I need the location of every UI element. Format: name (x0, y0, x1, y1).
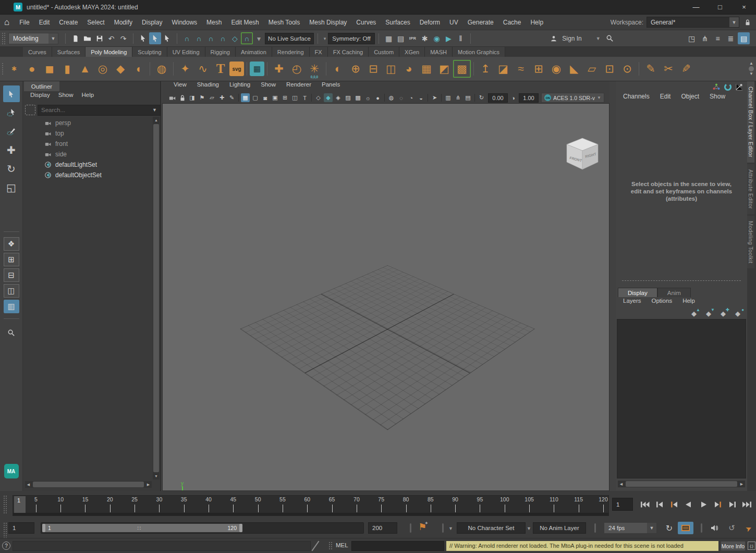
layout-four-diamond-icon[interactable]: ❖ (4, 237, 19, 251)
range-slider-track[interactable]: 1 ∷ 120 (41, 522, 364, 534)
help-icon[interactable]: ? (2, 542, 10, 550)
gate-mask-icon[interactable]: ▣ (271, 93, 279, 102)
viewport-menu-view[interactable]: View (168, 81, 192, 92)
outliner-item-defaultLightSet[interactable]: defaultLightSet (23, 159, 153, 170)
triangulate-icon[interactable]: ◣ (565, 60, 583, 78)
use-default-material-icon[interactable]: ▩ (353, 93, 362, 102)
sign-in-button[interactable]: Sign In ▼ (544, 32, 603, 44)
character-set-caret-icon[interactable]: ▼ (448, 526, 453, 531)
menu-file[interactable]: File (15, 19, 34, 26)
film-gate-icon[interactable]: ▢ (251, 93, 260, 102)
menu-set-select[interactable]: Modeling ▼ (8, 33, 58, 44)
xray-joints-icon[interactable]: ⋔ (454, 93, 462, 102)
scale-tool-icon[interactable]: ◱ (3, 179, 20, 196)
quadrangulate-icon[interactable]: ▱ (583, 60, 601, 78)
shelf-tab-rigging[interactable]: Rigging (205, 47, 236, 57)
chevron-down-icon[interactable]: ▼ (48, 33, 58, 44)
average-vertices-icon[interactable]: ⊙ (618, 60, 636, 78)
auto-key-icon[interactable] (723, 82, 733, 92)
maximize-button[interactable]: □ (708, 0, 732, 14)
xray-icon[interactable]: ▥ (444, 93, 453, 102)
home-icon[interactable]: ⌂ (4, 17, 9, 28)
safe-action-icon[interactable]: ◫ (290, 93, 299, 102)
channel-box-menu-channels[interactable]: Channels (618, 93, 655, 100)
layer-hscrollbar[interactable]: ◀ ▶ (618, 481, 745, 487)
layer-move-up-icon[interactable]: ◆▲ (689, 309, 699, 318)
channel-box-menu-edit[interactable]: Edit (655, 93, 676, 100)
side-tab-modeling-toolkit[interactable]: Modeling Toolkit (747, 216, 754, 269)
scroll-right-icon[interactable]: ▶ (145, 481, 152, 488)
separate-icon[interactable]: ⊟ (364, 60, 382, 78)
ssao-icon[interactable]: ◍ (387, 93, 396, 102)
lasso-tool-icon[interactable] (3, 104, 20, 121)
select-camera-icon[interactable] (168, 93, 177, 102)
outliner-item-top[interactable]: top (23, 128, 153, 139)
viewport-menu-lighting[interactable]: Lighting (224, 81, 255, 92)
command-input[interactable] (351, 541, 444, 551)
subdivide-icon[interactable]: ▦ (418, 60, 435, 78)
go-to-start-button[interactable] (638, 496, 652, 512)
menu-help[interactable]: Help (526, 19, 548, 26)
snap-to-view-plane-icon[interactable]: ◇ (229, 32, 241, 44)
new-scene-icon[interactable] (69, 32, 81, 44)
xray-active-components-icon[interactable]: ▤ (464, 93, 472, 102)
menu-mesh[interactable]: Mesh (202, 19, 226, 26)
wireframe-on-shaded-icon[interactable]: ◈ (334, 93, 343, 102)
render-current-frame-icon[interactable]: ▤ (395, 32, 407, 44)
menu-uv[interactable]: UV (445, 19, 463, 26)
outliner-item-front[interactable]: front (23, 139, 153, 149)
workspace-select[interactable]: General* ▼ (647, 17, 739, 28)
smooth-shade-icon[interactable]: ◆ (324, 93, 333, 102)
drag-grip[interactable] (2, 32, 6, 45)
scroll-left-icon[interactable]: ◀ (618, 481, 625, 487)
grease-pencil-icon[interactable]: ✎ (227, 93, 236, 102)
drag-grip[interactable] (328, 542, 333, 550)
lock-camera-icon[interactable] (178, 93, 187, 102)
type-tool-icon[interactable]: T (212, 60, 229, 78)
shelf-tab-poly-modeling[interactable]: Poly Modeling (86, 47, 132, 57)
chevron-down-icon[interactable]: ▼ (152, 107, 157, 113)
playback-speed-icon[interactable]: ↺ (726, 522, 738, 534)
drag-grip[interactable] (2, 63, 3, 75)
extrude-icon[interactable]: ↥ (477, 60, 494, 78)
view-transform-select[interactable]: ON ACES 1.0 SDR-v ▼ (541, 93, 604, 103)
shelf-tab-xgen[interactable]: XGen (399, 47, 425, 57)
smooth-icon[interactable]: ◕ (400, 60, 418, 78)
shelf-tab-custom[interactable]: Custom (369, 47, 399, 57)
paint-selection-tool-icon[interactable] (3, 123, 20, 140)
poly-cone-icon[interactable]: ▲ (76, 60, 94, 78)
redo-icon[interactable]: ↷ (117, 32, 129, 44)
toggle-modeling-toolkit-icon[interactable]: ◳ (686, 32, 698, 44)
outliner-item-side[interactable]: side (23, 149, 153, 159)
mirror-icon[interactable]: ◫ (382, 60, 400, 78)
wireframe-icon[interactable]: ◇ (314, 93, 323, 102)
anti-alias-icon[interactable]: ◔ (407, 93, 416, 102)
poly-cylinder-icon[interactable]: ▮ (58, 60, 76, 78)
range-grip-dots[interactable]: ∷ (54, 525, 225, 531)
menu-deform[interactable]: Deform (415, 19, 445, 26)
shelf-gear-icon[interactable]: ✱ (5, 60, 23, 78)
render-sequence-icon[interactable]: ▶ (443, 32, 455, 44)
layer-menu-help[interactable]: Help (677, 298, 700, 304)
gamma-icon[interactable]: ◑ (510, 93, 517, 102)
rotate-tool-icon[interactable]: ↻ (3, 161, 20, 177)
shelf-tab-uv-editing[interactable]: UV Editing (167, 47, 205, 57)
side-tab-channel-box-layer-editor[interactable]: Channel Box / Layer Editor (747, 81, 754, 163)
playback-range-bar[interactable]: 1 ∷ 120 (42, 524, 242, 532)
user-avatar[interactable]: MA (4, 464, 19, 478)
mute-audio-icon[interactable] (708, 522, 720, 534)
shelf-tab-curves[interactable]: Curves (23, 47, 52, 57)
range-end-handle[interactable] (239, 524, 242, 532)
shelf-tab-sculpting[interactable]: Sculpting (132, 47, 167, 57)
current-frame-indicator[interactable]: 1 (14, 496, 26, 515)
shelf-tab-mash[interactable]: MASH (425, 47, 453, 57)
gamma-field[interactable]: 1.00 (519, 93, 539, 103)
layer-menu-layers[interactable]: Layers (618, 298, 647, 304)
search-input[interactable] (38, 105, 161, 116)
menu-surfaces[interactable]: Surfaces (381, 19, 414, 26)
xyz-axes-icon[interactable] (712, 82, 721, 92)
poly-cube-icon[interactable]: ◼ (41, 60, 58, 78)
layout-two-pane-icon[interactable]: ⊞ (4, 253, 19, 266)
layer-menu-options[interactable]: Options (647, 298, 678, 304)
helix-icon[interactable]: ∿ (194, 60, 212, 78)
